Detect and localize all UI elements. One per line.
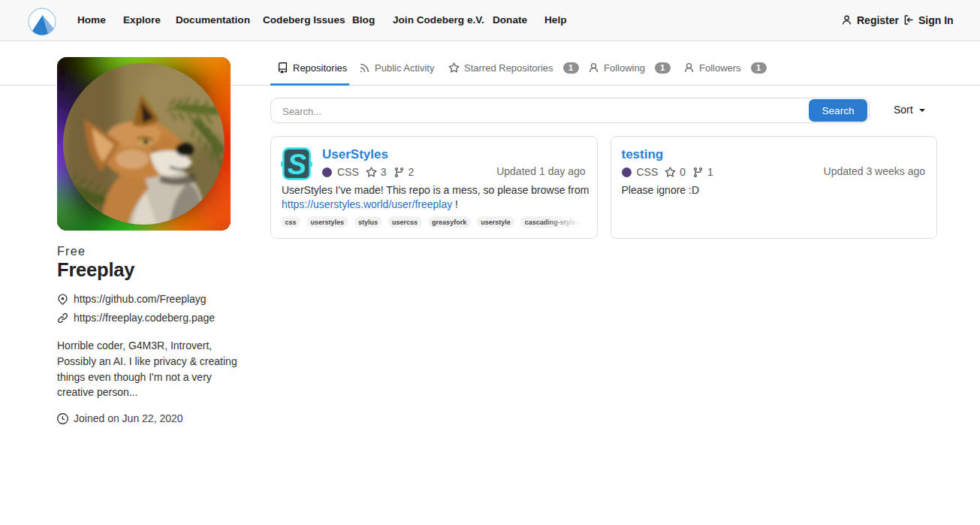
svg-text:S: S xyxy=(288,149,306,180)
